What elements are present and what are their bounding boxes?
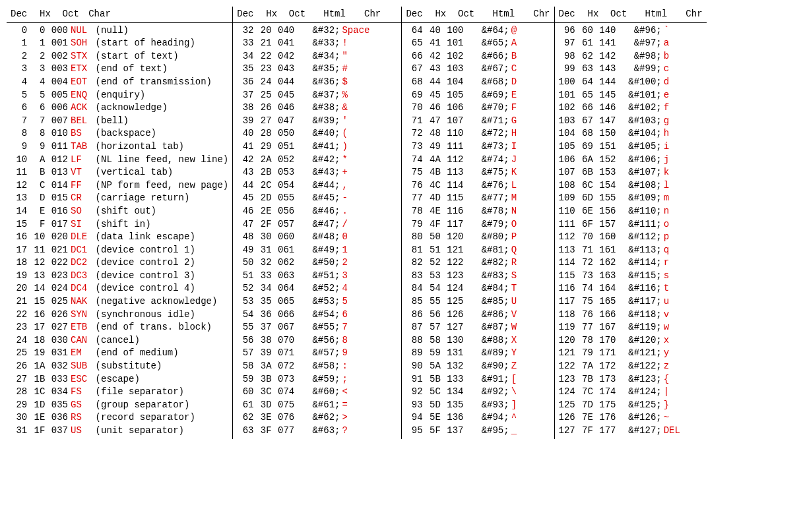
cell-oct: 127 xyxy=(441,321,465,334)
cell-hx: 75 xyxy=(577,295,594,309)
cell-hx: 24 xyxy=(255,76,272,89)
cell-chr: L xyxy=(510,179,528,192)
cell-oct: 050 xyxy=(272,127,296,140)
hdr-chr: Chr xyxy=(684,8,702,21)
cell-dec: 44 xyxy=(237,179,255,192)
cell-hx: 76 xyxy=(577,309,594,322)
cell-dec: 55 xyxy=(237,321,255,334)
cell-html: &#40; xyxy=(296,127,340,140)
table-row: 281C034FS(file separator) xyxy=(11,386,228,399)
cell-dec: 12 xyxy=(11,179,28,192)
col4-header: Dec Hx Oct Html Chr xyxy=(555,7,707,23)
cell-html: &#82; xyxy=(465,256,509,270)
cell-dec: 86 xyxy=(406,309,424,322)
cell-hx: 14 xyxy=(28,282,46,295)
cell-dec: 73 xyxy=(406,140,424,154)
table-row: 55005ENQ(enquiry) xyxy=(11,89,228,102)
cell-oct: 106 xyxy=(441,102,465,115)
cell-dec: 45 xyxy=(237,192,255,205)
cell-hx: 72 xyxy=(577,256,594,270)
table-row: 8959131&#89;Y xyxy=(406,347,550,360)
cell-dec: 27 xyxy=(11,373,28,386)
cell-dec: 48 xyxy=(237,231,255,244)
cell-html: &#118; xyxy=(618,309,662,322)
cell-oct: 143 xyxy=(594,63,618,76)
cell-hx: 5E xyxy=(424,411,441,425)
cell-oct: 117 xyxy=(441,218,465,231)
table-row: 11001SOH(start of heading) xyxy=(11,37,228,50)
table-row: 8151121&#81;Q xyxy=(406,244,550,257)
cell-oct: 075 xyxy=(272,399,296,412)
cell-dec: 93 xyxy=(406,399,424,412)
cell-dec: 114 xyxy=(559,256,577,270)
cell-chr: 1 xyxy=(340,244,375,257)
cell-oct: 113 xyxy=(441,166,465,179)
cell-oct: 031 xyxy=(46,347,69,360)
cell-sym: CAN xyxy=(69,334,93,347)
cell-dec: 19 xyxy=(11,270,28,283)
table-row: 1227A172&#122;z xyxy=(559,360,703,373)
cell-dec: 87 xyxy=(406,321,424,334)
cell-dec: 47 xyxy=(237,218,255,231)
table-row: 1267E176&#126;~ xyxy=(559,411,703,425)
cell-chr: B xyxy=(510,50,528,63)
cell-chr: + xyxy=(340,166,375,179)
cell-oct: 133 xyxy=(441,373,465,386)
cell-dec: 30 xyxy=(11,411,28,425)
cell-chr: : xyxy=(340,360,375,373)
table-row: 88010BS(backspace) xyxy=(11,127,228,140)
cell-html: &#36; xyxy=(296,76,340,89)
cell-hx: 5D xyxy=(424,399,441,412)
table-row: 11371161&#113;q xyxy=(559,244,703,257)
cell-html: &#34; xyxy=(296,50,340,63)
cell-dec: 26 xyxy=(11,360,28,373)
cell-html: &#65; xyxy=(465,37,509,50)
table-row: 1257D175&#125;} xyxy=(559,399,703,412)
cell-hx: 17 xyxy=(28,321,46,334)
cell-dec: 38 xyxy=(237,102,255,115)
cell-chr: K xyxy=(510,166,528,179)
table-row: 1076B153&#107;k xyxy=(559,166,703,179)
cell-dec: 77 xyxy=(406,192,424,205)
cell-html: &#123; xyxy=(618,373,662,386)
cell-html: &#124; xyxy=(618,386,662,399)
cell-chr: F xyxy=(510,102,528,115)
cell-hx: 29 xyxy=(255,140,272,154)
cell-html: &#61; xyxy=(296,399,340,412)
cell-chr: J xyxy=(510,154,528,167)
cell-chr: Y xyxy=(510,347,528,360)
cell-oct: 040 xyxy=(272,24,296,38)
cell-hx: 4 xyxy=(28,76,46,89)
cell-dec: 59 xyxy=(237,373,255,386)
cell-hx: 31 xyxy=(255,244,272,257)
cell-html: &#80; xyxy=(465,231,509,244)
cell-desc: (end of medium) xyxy=(93,347,179,360)
table-row: 3422042&#34;" xyxy=(237,50,397,63)
cell-dec: 100 xyxy=(559,76,577,89)
cell-dec: 20 xyxy=(11,282,28,295)
cell-dec: 32 xyxy=(237,24,255,38)
cell-desc: (synchronous idle) xyxy=(93,309,195,322)
cell-html: &#77; xyxy=(465,192,509,205)
cell-chr: & xyxy=(340,102,375,115)
cell-hx: F xyxy=(28,218,46,231)
cell-oct: 002 xyxy=(46,50,69,63)
cell-html: &#126; xyxy=(618,411,662,425)
cell-dec: 3 xyxy=(11,63,28,76)
table-row: 14E016SO(shift out) xyxy=(11,205,228,218)
cell-desc: (end of trans. block) xyxy=(93,321,212,334)
table-row: 22002STX(start of text) xyxy=(11,50,228,63)
cell-html: &#43; xyxy=(296,166,340,179)
cell-oct: 165 xyxy=(594,295,618,309)
table-row: 4931061&#49;1 xyxy=(237,244,397,257)
cell-chr: * xyxy=(340,154,375,167)
cell-hx: 51 xyxy=(424,244,441,257)
table-row: 6642102&#66;B xyxy=(406,50,550,63)
cell-dec: 29 xyxy=(11,399,28,412)
cell-html: &#92; xyxy=(465,386,509,399)
cell-html: &#87; xyxy=(465,321,509,334)
cell-sym: ESC xyxy=(69,373,93,386)
table-row: 7046106&#70;F xyxy=(406,102,550,115)
table-row: 1116F157&#111;o xyxy=(559,218,703,231)
cell-html: &#46; xyxy=(296,205,340,218)
